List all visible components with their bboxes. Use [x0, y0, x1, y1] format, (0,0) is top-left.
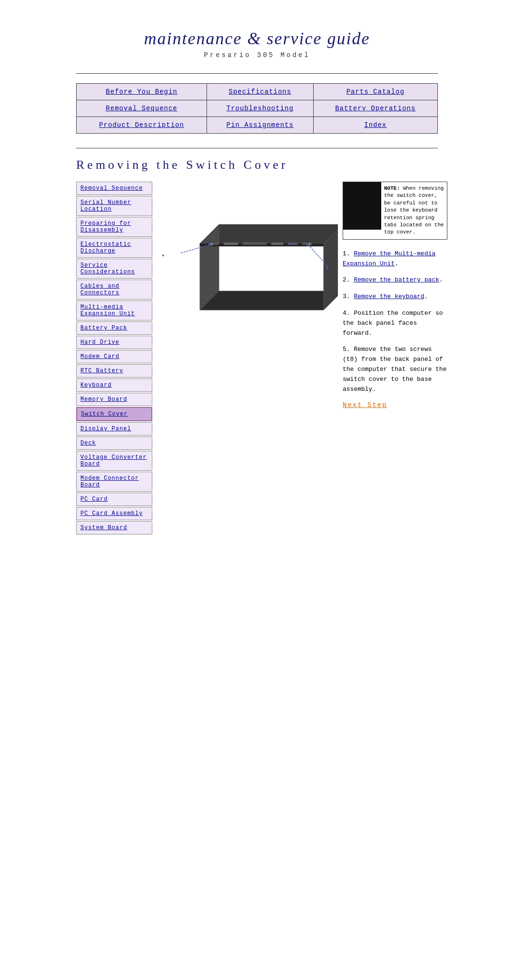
nav-link-removal-sequence[interactable]: Removal Sequence [106, 105, 177, 112]
nav-link-troubleshooting[interactable]: Troubleshooting [227, 105, 294, 112]
nav-link-product-description[interactable]: Product Description [99, 121, 184, 129]
instruction-step-2: 2. Remove the battery pack. [343, 275, 447, 285]
navigation-table: Before You BeginSpecificationsParts Cata… [76, 83, 438, 134]
instruction-link-1[interactable]: Remove the Multi-media Expansion Unit [343, 250, 435, 267]
sidebar-item-modem-card[interactable]: Modem Card [76, 350, 152, 363]
instruction-step-1: 1. Remove the Multi-media Expansion Unit… [343, 249, 447, 269]
note-label: NOTE: [384, 185, 400, 191]
note-image [343, 182, 381, 230]
sidebar-item-modem-connector-board[interactable]: Modem Connector Board [76, 472, 152, 492]
sidebar-item-keyboard[interactable]: Keyboard [76, 378, 152, 392]
sidebar-item-service-considerations[interactable]: Service Considerations [76, 259, 152, 279]
nav-cell: Troubleshooting [207, 100, 313, 117]
sidebar-item-cables-and-connectors[interactable]: Cables and Connectors [76, 280, 152, 300]
nav-cell: Pin Assignments [207, 117, 313, 134]
sidebar-item-preparing-for-disassembly[interactable]: Preparing for Disassembly [76, 217, 152, 237]
instruction-link-3[interactable]: Remove the keyboard [354, 293, 424, 300]
sidebar-item-pc-card-assembly[interactable]: PC Card Assembly [76, 507, 152, 520]
right-panel: NOTE: When removing the switch cover, be… [343, 182, 447, 409]
sidebar-item-multi-media-expansion-unit[interactable]: Multi-media Expansion Unit [76, 301, 152, 320]
note-content: NOTE: When removing the switch cover, be… [381, 182, 447, 239]
nav-cell: Parts Catalog [313, 84, 437, 100]
subtitle: Presario 305 Model [76, 51, 438, 59]
laptop-diagram: ● ● [157, 186, 338, 339]
instruction-link-2[interactable]: Remove the battery pack [354, 276, 439, 283]
header-divider [76, 73, 438, 74]
nav-link-before-you-begin[interactable]: Before You Begin [106, 88, 177, 96]
nav-link-specifications[interactable]: Specifications [229, 88, 292, 96]
sidebar-item-electrostatic-discharge[interactable]: Electrostatic Discharge [76, 238, 152, 258]
content-area: Removal SequenceSerial Number LocationPr… [76, 182, 438, 535]
svg-rect-6 [224, 243, 238, 245]
sidebar-item-switch-cover[interactable]: Switch Cover [76, 407, 152, 421]
instruction-step-5: 5. Remove the two screws (t8) from the b… [343, 345, 447, 394]
nav-link-index[interactable]: Index [364, 121, 386, 129]
main-title: maintenance & service guide [76, 29, 438, 49]
svg-rect-8 [271, 243, 283, 245]
nav-cell: Product Description [77, 117, 207, 134]
page-header: maintenance & service guide Presario 305… [76, 29, 438, 59]
svg-text:●: ● [326, 266, 328, 271]
nav-divider [76, 148, 438, 148]
nav-link-pin-assignments[interactable]: Pin Assignments [227, 121, 294, 129]
nav-cell: Before You Begin [77, 84, 207, 100]
instructions: 1. Remove the Multi-media Expansion Unit… [343, 249, 447, 395]
nav-cell: Index [313, 117, 437, 134]
sidebar-item-rtc-battery[interactable]: RTC Battery [76, 364, 152, 378]
instruction-step-4: 4. Position the computer so the back pan… [343, 309, 447, 338]
laptop-image-area: ● ● [157, 182, 338, 343]
svg-rect-9 [288, 243, 297, 245]
note-text: When removing the switch cover, be caref… [384, 185, 444, 235]
nav-cell: Specifications [207, 84, 313, 100]
nav-link-parts-catalog[interactable]: Parts Catalog [346, 88, 405, 96]
sidebar-item-serial-number-location[interactable]: Serial Number Location [76, 196, 152, 216]
nav-link-battery-operations[interactable]: Battery Operations [335, 105, 415, 112]
nav-cell: Battery Operations [313, 100, 437, 117]
sidebar-item-deck[interactable]: Deck [76, 437, 152, 450]
page-heading: Removing the Switch Cover [76, 158, 438, 172]
note-box: NOTE: When removing the switch cover, be… [343, 182, 447, 240]
sidebar: Removal SequenceSerial Number LocationPr… [76, 182, 152, 535]
sidebar-item-removal-sequence[interactable]: Removal Sequence [76, 182, 152, 195]
sidebar-item-voltage-converter-board[interactable]: Voltage Converter Board [76, 451, 152, 471]
instruction-step-3: 3. Remove the keyboard. [343, 292, 447, 302]
sidebar-item-battery-pack[interactable]: Battery Pack [76, 321, 152, 335]
svg-marker-0 [200, 291, 338, 310]
sidebar-item-hard-drive[interactable]: Hard Drive [76, 336, 152, 349]
next-step-link[interactable]: Next Step [343, 401, 387, 409]
svg-marker-1 [200, 224, 338, 243]
svg-rect-7 [243, 242, 267, 245]
sidebar-item-display-panel[interactable]: Display Panel [76, 422, 152, 436]
nav-cell: Removal Sequence [77, 100, 207, 117]
svg-text:●: ● [162, 253, 164, 258]
sidebar-item-memory-board[interactable]: Memory Board [76, 393, 152, 406]
sidebar-item-system-board[interactable]: System Board [76, 521, 152, 534]
sidebar-item-pc-card[interactable]: PC Card [76, 493, 152, 506]
